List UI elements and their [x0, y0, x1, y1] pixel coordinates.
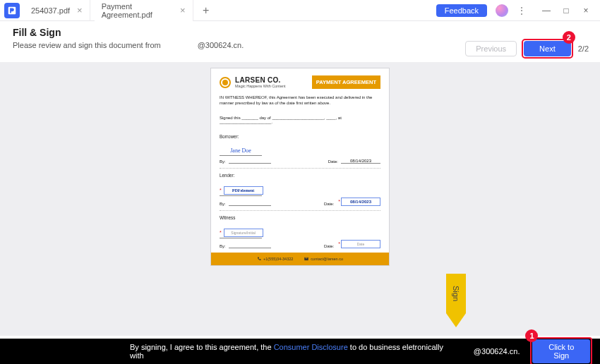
company-name: LARSEN CO.: [235, 76, 286, 84]
title-bar: 254037.pdf × Payment Agreement.pdf × + F…: [0, 0, 600, 21]
annotation-step-2: 2: [563, 31, 575, 44]
kebab-menu-icon[interactable]: ⋮: [517, 5, 527, 16]
document-title-badge: PAYMENT AGREEMENT: [312, 75, 380, 89]
tab-label: 254037.pdf: [31, 6, 70, 15]
borrower-by-row: By: Date: 08/14/2023: [220, 157, 380, 164]
maximize-button[interactable]: □: [556, 1, 576, 20]
feedback-button[interactable]: Feedback: [436, 4, 487, 17]
witness-date-field[interactable]: Date: [341, 240, 380, 248]
signed-date-line: Signed this _______ day of _____________…: [220, 116, 380, 124]
window-controls: — □ ×: [536, 1, 596, 20]
minimize-button[interactable]: —: [536, 1, 556, 20]
new-tab-button[interactable]: +: [198, 4, 215, 17]
company-logo-icon: [220, 77, 231, 88]
footer-email: contact@larsen.co: [304, 257, 343, 262]
tab-label: Payment Agreement.pdf: [102, 2, 173, 19]
required-icon: *: [220, 188, 222, 193]
close-button[interactable]: ×: [576, 1, 596, 20]
agree-from: @300624.cn.: [474, 347, 520, 356]
fill-sign-header: Fill & Sign Please review and sign this …: [0, 21, 600, 62]
previous-button: Previous: [465, 41, 517, 56]
witness-signature-field[interactable]: Signature/Initial: [224, 229, 263, 237]
next-button[interactable]: Next: [524, 41, 571, 56]
required-icon: *: [338, 241, 340, 246]
pdf-document: LARSEN CO. Magic Happens With Content PA…: [210, 68, 390, 266]
page-indicator: 2/2: [578, 44, 589, 53]
required-icon: *: [220, 230, 222, 235]
app-icon: [4, 3, 20, 18]
footer-phone: +1(555)34-34322: [257, 257, 293, 262]
tab-254037[interactable]: 254037.pdf ×: [24, 0, 90, 21]
lender-date-field[interactable]: 08/14/2023: [341, 198, 380, 206]
lender-signature-field[interactable]: PDFelement: [224, 186, 263, 195]
witness-whereof-text: IN WITNESS WHEREOF, this Agreement has b…: [220, 95, 380, 106]
required-icon: *: [338, 199, 340, 204]
consumer-disclosure-link[interactable]: Consumer Disclosure: [274, 343, 348, 351]
tab-payment-agreement[interactable]: Payment Agreement.pdf ×: [95, 0, 193, 21]
witness-label: Witness: [220, 215, 380, 220]
agree-text: By signing, I agree to this agreement, t…: [130, 343, 445, 360]
borrower-label: Borrower:: [220, 134, 380, 139]
close-icon[interactable]: ×: [77, 6, 83, 15]
click-to-sign-button[interactable]: Click to Sign: [532, 339, 590, 363]
lender-label: Lender:: [220, 173, 380, 178]
document-footer: +1(555)34-34322 contact@larsen.co: [211, 253, 389, 265]
page-title: Fill & Sign: [13, 27, 244, 38]
company-tagline: Magic Happens With Content: [235, 84, 286, 88]
sign-bar: By signing, I agree to this agreement, t…: [0, 339, 600, 364]
borrower-signature: Jane Doe: [220, 147, 262, 154]
avatar[interactable]: [496, 4, 508, 17]
page-subtitle: Please review and sign this document fro…: [13, 41, 244, 49]
lender-by-row: By: Date: *08/14/2023: [220, 198, 380, 206]
witness-by-row: By: Date: *Date: [220, 240, 380, 248]
document-canvas: LARSEN CO. Magic Happens With Content PA…: [0, 62, 600, 336]
close-icon[interactable]: ×: [180, 6, 186, 15]
sign-hint-arrow: Sign: [446, 274, 466, 329]
